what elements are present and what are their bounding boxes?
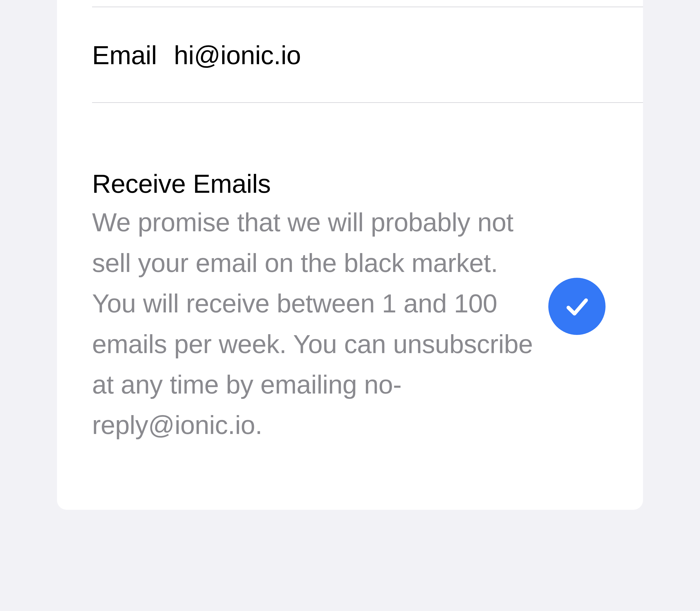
receive-emails-description: We promise that we will probably not sel… bbox=[92, 202, 534, 480]
receive-emails-checkbox[interactable] bbox=[548, 278, 606, 335]
settings-card: Name Email Receive Emails We promise tha… bbox=[57, 0, 643, 510]
checkmark-circle-icon bbox=[548, 278, 606, 335]
receive-emails-title: Receive Emails bbox=[92, 132, 534, 202]
email-label: Email bbox=[92, 40, 174, 71]
receive-emails-row: Receive Emails We promise that we will p… bbox=[57, 103, 643, 510]
email-row: Email bbox=[57, 7, 643, 103]
email-input[interactable] bbox=[174, 40, 608, 71]
name-row: Name bbox=[57, 0, 643, 7]
receive-emails-text: Receive Emails We promise that we will p… bbox=[92, 132, 548, 480]
